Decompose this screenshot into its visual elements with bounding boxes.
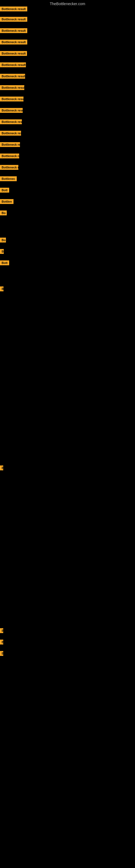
bottleneck-badge[interactable]: Bottleneck result xyxy=(0,40,27,44)
bottleneck-badge[interactable]: B xyxy=(0,286,3,291)
bottleneck-badge[interactable]: Bott xyxy=(0,260,9,265)
bottleneck-badge[interactable]: Bottleneck resu xyxy=(0,119,22,124)
bottleneck-row: Bottleneck resu xyxy=(0,118,135,126)
bottleneck-badge[interactable]: Bottlen xyxy=(0,199,13,204)
bottleneck-row: Bott xyxy=(0,259,135,267)
bottleneck-row: Bottleneck re xyxy=(0,163,135,172)
bottleneck-row: Bo xyxy=(0,209,135,217)
bottleneck-badge[interactable]: Bottleneck re xyxy=(0,165,18,170)
bottleneck-badge[interactable]: Bottleneck re xyxy=(0,154,19,158)
bottleneck-badge[interactable]: Bo xyxy=(0,211,7,215)
bottleneck-row: Bottleneck res xyxy=(0,129,135,137)
bottleneck-badge[interactable]: B xyxy=(0,465,3,470)
bottleneck-badge[interactable]: Bottleneck result xyxy=(0,51,27,56)
bottleneck-badge[interactable]: Bottleneck res xyxy=(0,131,21,135)
bottleneck-row: B xyxy=(0,464,135,472)
bottleneck-row: B xyxy=(0,285,135,293)
bottleneck-badge[interactable]: Bottleneck result xyxy=(0,6,27,11)
bottleneck-badge[interactable]: Bottleneck result xyxy=(0,85,24,90)
bottleneck-badge[interactable]: B xyxy=(0,628,3,633)
bottleneck-row: Bottleneck re xyxy=(0,152,135,160)
bottleneck-badge[interactable]: Bottleneck resu xyxy=(0,108,23,113)
bottleneck-row: Bottleneck re xyxy=(0,141,135,149)
bottleneck-row: Bottleneck result xyxy=(0,72,135,80)
bottleneck-row: Bo xyxy=(0,236,135,244)
bottleneck-badge[interactable]: B xyxy=(0,651,3,656)
bottleneck-row: Bottleneck result xyxy=(0,50,135,58)
bottleneck-row: Bottleneck result xyxy=(0,5,135,13)
bottleneck-badge[interactable]: Bottleneck result xyxy=(0,17,27,22)
bottleneck-row: Bottleneck result xyxy=(0,15,135,23)
bottleneck-row: B xyxy=(0,649,135,657)
bottleneck-row: Bottleneck result xyxy=(0,38,135,46)
bottleneck-row: Bottlenec xyxy=(0,175,135,183)
bottleneck-row: B xyxy=(0,638,135,646)
bottleneck-badge[interactable]: Bott xyxy=(0,188,9,193)
bottleneck-badge[interactable]: Bottleneck result xyxy=(0,74,25,79)
bottleneck-badge[interactable]: Bo xyxy=(0,238,6,243)
bottleneck-row: Bottleneck result xyxy=(0,95,135,103)
bottleneck-row: B xyxy=(0,627,135,635)
bottleneck-badge[interactable]: Bottlenec xyxy=(0,176,17,181)
bottleneck-row: B xyxy=(0,247,135,255)
bottleneck-badge[interactable]: B xyxy=(0,640,3,645)
bottleneck-row: Bottleneck result xyxy=(0,61,135,69)
bottleneck-row: Bottlen xyxy=(0,197,135,206)
bottleneck-row: Bottleneck resu xyxy=(0,106,135,115)
bottleneck-badge[interactable]: Bottleneck result xyxy=(0,62,26,67)
bottleneck-badge[interactable]: Bottleneck result xyxy=(0,97,24,101)
bottleneck-badge[interactable]: B xyxy=(0,249,4,254)
bottleneck-row: Bottleneck result xyxy=(0,27,135,35)
bottleneck-row: Bottleneck result xyxy=(0,84,135,92)
bottleneck-row: Bott xyxy=(0,186,135,194)
bottleneck-badge[interactable]: Bottleneck result xyxy=(0,28,27,33)
bottleneck-badge[interactable]: Bottleneck re xyxy=(0,142,20,147)
